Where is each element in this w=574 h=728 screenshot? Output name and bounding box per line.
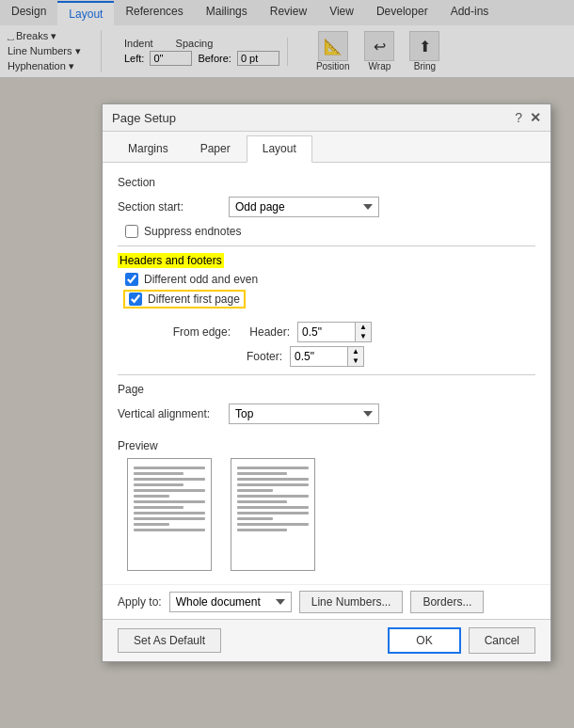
dialog-close-btn[interactable]: ✕ xyxy=(530,110,541,125)
preview-line xyxy=(134,478,205,481)
tab-paper[interactable]: Paper xyxy=(184,135,247,162)
preview-line xyxy=(134,523,169,526)
footer-spin: ▲ ▼ xyxy=(290,346,364,367)
from-edge-section: From edge: Header: ▲ ▼ Footer: ▲ ▼ xyxy=(136,322,535,367)
suppress-endnotes-row: Suppress endnotes xyxy=(118,225,535,238)
header-edge-row: From edge: Header: ▲ ▼ xyxy=(136,322,535,342)
footer-increment-btn[interactable]: ▲ xyxy=(348,347,363,356)
footer-decrement-btn[interactable]: ▼ xyxy=(348,356,363,366)
preview-line xyxy=(134,489,205,492)
different-odd-even-label: Different odd and even xyxy=(144,273,258,286)
preview-line xyxy=(237,506,309,509)
preview-section: Preview xyxy=(118,439,535,571)
header-spin: ▲ ▼ xyxy=(297,322,372,342)
preview-line xyxy=(237,483,309,486)
preview-line xyxy=(134,495,169,498)
header-increment-btn[interactable]: ▲ xyxy=(356,323,371,332)
apply-to-label: Apply to: xyxy=(118,595,162,609)
preview-page-1 xyxy=(127,458,212,571)
page-label: Page xyxy=(118,383,535,396)
vertical-alignment-select[interactable]: Top Center Justified Bottom xyxy=(229,404,379,424)
preview-line xyxy=(237,523,309,526)
divider-1 xyxy=(118,245,535,246)
different-odd-even-row: Different odd and even xyxy=(118,273,535,286)
header-label: Header: xyxy=(238,325,290,339)
tab-layout[interactable]: Layout xyxy=(247,135,312,163)
vertical-alignment-row: Vertical alignment: Top Center Justified… xyxy=(118,404,535,424)
headers-footers-label: Headers and footers xyxy=(118,253,224,268)
dialog-titlebar: Page Setup ? ✕ xyxy=(103,104,550,132)
footer-edge-row: Footer: ▲ ▼ xyxy=(136,346,535,367)
footer-label: Footer: xyxy=(136,350,282,363)
preview-pages xyxy=(118,458,535,571)
borders-btn[interactable]: Borders... xyxy=(410,591,484,613)
preview-line xyxy=(237,467,309,469)
page-setup-dialog: Page Setup ? ✕ Margins Paper Layout Sect… xyxy=(102,103,551,662)
preview-line xyxy=(237,500,287,503)
footer-value-input[interactable] xyxy=(291,348,347,365)
header-value-input[interactable] xyxy=(298,324,355,340)
header-spin-buttons: ▲ ▼ xyxy=(355,323,371,341)
from-edge-label: From edge: xyxy=(136,325,231,339)
dialog-help-btn[interactable]: ? xyxy=(515,110,522,125)
divider-2 xyxy=(118,374,535,375)
headers-footers-section: Headers and footers xyxy=(118,254,535,267)
footer-spin-buttons: ▲ ▼ xyxy=(347,347,363,366)
different-first-page-checkbox[interactable] xyxy=(129,293,142,306)
preview-line xyxy=(134,483,183,486)
dialog-body: Section Section start: Continuous New co… xyxy=(103,163,550,584)
different-first-page-label: Different first page xyxy=(148,293,240,306)
dialog-footer: Set As Default OK Cancel xyxy=(103,619,550,661)
preview-line xyxy=(237,512,309,514)
suppress-endnotes-checkbox[interactable] xyxy=(125,225,138,238)
different-first-page-row: Different first page xyxy=(125,292,244,307)
ok-btn[interactable]: OK xyxy=(388,627,460,654)
preview-line xyxy=(237,517,273,520)
section-label: Section xyxy=(118,176,535,189)
footer-left: Set As Default xyxy=(118,628,221,653)
section-start-row: Section start: Continuous New column New… xyxy=(118,197,535,217)
preview-line xyxy=(237,495,309,498)
preview-line xyxy=(134,506,183,509)
section-start-select[interactable]: Continuous New column New page Even page… xyxy=(229,197,379,217)
preview-line xyxy=(237,529,287,531)
apply-to-row: Apply to: Whole document This section Th… xyxy=(103,584,550,619)
vertical-alignment-label: Vertical alignment: xyxy=(118,407,221,420)
page-section: Page Vertical alignment: Top Center Just… xyxy=(118,383,535,424)
preview-label: Preview xyxy=(118,439,535,452)
header-decrement-btn[interactable]: ▼ xyxy=(356,332,371,341)
suppress-endnotes-label: Suppress endnotes xyxy=(144,225,241,238)
line-numbers-btn[interactable]: Line Numbers... xyxy=(299,591,404,613)
preview-line xyxy=(134,517,205,520)
preview-line xyxy=(237,472,287,475)
preview-line xyxy=(134,529,205,531)
preview-page-2 xyxy=(231,458,315,571)
dialog-title-controls: ? ✕ xyxy=(515,110,541,125)
different-odd-even-checkbox[interactable] xyxy=(125,273,138,286)
apply-to-select[interactable]: Whole document This section This point f… xyxy=(169,592,292,612)
preview-line xyxy=(134,472,183,475)
preview-line xyxy=(134,512,205,514)
cancel-btn[interactable]: Cancel xyxy=(469,627,535,654)
dialog-tabs: Margins Paper Layout xyxy=(103,132,550,163)
set-as-default-btn[interactable]: Set As Default xyxy=(118,628,221,653)
preview-line xyxy=(134,467,205,469)
tab-margins[interactable]: Margins xyxy=(112,135,184,162)
preview-line xyxy=(237,478,309,481)
dialog-title: Page Setup xyxy=(112,111,176,125)
section-start-label: Section start: xyxy=(118,200,221,214)
preview-line xyxy=(134,500,205,503)
footer-right: OK Cancel xyxy=(388,627,535,654)
preview-line xyxy=(237,489,273,492)
